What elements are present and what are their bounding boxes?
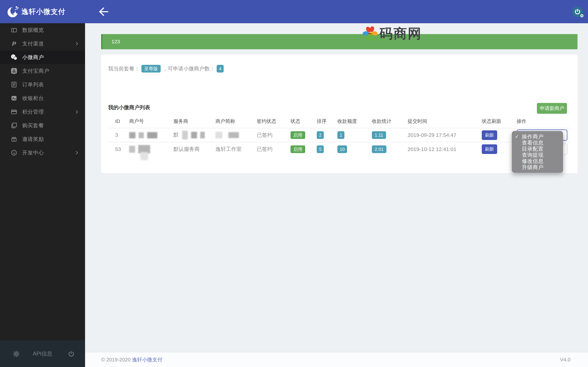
redacted-block <box>129 146 135 153</box>
sidebar-item-label: 数据概览 <box>22 26 44 34</box>
cell-refresh: 刷新 <box>475 128 510 142</box>
cell-stats: 1.11 <box>365 128 401 142</box>
col-header-service: 服务商 <box>166 115 208 128</box>
sidebar-item-label: 小微商户 <box>22 54 44 61</box>
sidebar-item-label: 收银柜台 <box>22 95 44 102</box>
gift-icon <box>10 135 18 143</box>
table-row: 53 默认服务商 逸轩工作室 已签约 启用 5 10 2.01 2019-10-… <box>108 142 571 156</box>
sidebar-item-payment-channels[interactable]: P 支付渠道 <box>0 37 85 50</box>
cell-status: 启用 <box>284 142 310 156</box>
cell-sort: 5 <box>310 142 330 156</box>
table-row: 3 默 已签约 启用 2 1 <box>108 128 571 142</box>
cell-sign-status: 已签约 <box>250 142 284 156</box>
sidebar-item-invite-rewards[interactable]: 邀请奖励 <box>0 132 85 146</box>
apply-new-merchant-button[interactable]: 申请新商户 <box>537 103 567 114</box>
version-label: V4.0 <box>560 352 571 367</box>
stats-badge: 2.01 <box>372 145 386 153</box>
order-list-icon <box>10 81 18 88</box>
sidebar-item-data-overview[interactable]: 数据概览 <box>0 23 85 37</box>
plan-summary: 我当前套餐： 至尊版 ，可申请小微商户数： 4 <box>108 65 225 73</box>
dropdown-item-query-withdraw[interactable]: 查询提现 <box>512 152 563 158</box>
col-header-actions: 操作 <box>510 115 571 128</box>
redacted-block <box>216 132 222 138</box>
copyright-text: © 2019-2020 逸轩小微支付 <box>101 352 162 367</box>
sidebar-item-cashier[interactable]: 收银柜台 <box>0 92 85 105</box>
dropdown-item-edit-info[interactable]: 修改信息 <box>512 158 563 164</box>
col-header-stats: 收款统计 <box>365 115 401 128</box>
smiley-icon <box>10 149 18 157</box>
image-icon <box>10 94 18 102</box>
cell-stats: 2.01 <box>365 142 401 156</box>
sidebar-item-label: 支付宝商户 <box>22 67 49 75</box>
sidebar-item-order-list[interactable]: 订单列表 <box>0 78 85 92</box>
redacted-block <box>191 132 197 138</box>
sidebar-nav: 数据概览 P 支付渠道 小微商户 支付宝商户 订单列表 <box>0 23 85 341</box>
dropdown-item-label: 操作商户 <box>522 134 544 140</box>
user-avatar[interactable] <box>572 7 583 17</box>
col-header-status: 状态 <box>284 115 310 128</box>
dropdown-item-view-info[interactable]: 查看信息 <box>512 140 563 146</box>
footer-brand-link[interactable]: 逸轩小微支付 <box>132 357 162 362</box>
sidebar-item-label: 订单列表 <box>22 81 44 88</box>
sort-badge: 2 <box>317 131 324 139</box>
sidebar-item-alipay-merchant[interactable]: 支付宝商户 <box>0 64 85 78</box>
dropdown-item-directory-config[interactable]: 目录配置 <box>512 146 563 152</box>
status-badge: 启用 <box>291 145 305 153</box>
col-header-sort: 排序 <box>310 115 330 128</box>
col-header-short-name: 商户简称 <box>208 115 250 128</box>
power-avatar-icon <box>574 8 581 15</box>
cell-time: 2019-09-29 17:54:47 <box>401 128 475 142</box>
sidebar-item-label: 开发中心 <box>22 149 44 156</box>
logout-power-icon[interactable] <box>68 350 75 357</box>
page-footer: © 2019-2020 逸轩小微支付 V4.0 <box>85 352 588 367</box>
sidebar-item-label: 购买套餐 <box>22 122 44 129</box>
redacted-block <box>129 132 135 138</box>
refresh-button[interactable]: 刷新 <box>482 130 497 140</box>
dropdown-item-operate-merchant[interactable]: ✓ 操作商户 <box>512 133 563 140</box>
chevron-right-icon <box>75 110 79 114</box>
cell-service: 默 <box>166 128 208 142</box>
plan-count-badge: 4 <box>217 65 224 73</box>
redacted-group <box>129 145 152 153</box>
sidebar-item-label: 邀请奖励 <box>22 136 44 143</box>
sidebar-item-dev-center[interactable]: 开发中心 <box>0 146 85 159</box>
app-header: 逸轩小微支付 <box>0 0 588 23</box>
cell-quota: 1 <box>330 128 365 142</box>
cell-service: 默认服务商 <box>166 142 208 156</box>
copy-icon <box>10 122 18 129</box>
cell-quota: 10 <box>330 142 365 156</box>
chevron-right-icon <box>75 151 79 155</box>
app-logo-icon <box>6 4 22 20</box>
sidebar-item-points-management[interactable]: 积分管理 <box>0 105 85 119</box>
plan-prefix: 我当前套餐： <box>108 65 140 72</box>
cell-sign-status: 已签约 <box>250 128 284 142</box>
chevron-right-icon <box>75 42 79 46</box>
col-header-merchant-no: 商户号 <box>122 115 166 128</box>
check-icon: ✓ <box>515 133 519 140</box>
list-title: 我的小微商户列表 <box>108 104 150 111</box>
dropdown-item-label: 查看信息 <box>522 140 544 146</box>
sidebar-item-micro-merchant[interactable]: 小微商户 <box>0 50 85 64</box>
service-prefix: 默 <box>173 132 179 138</box>
cell-time: 2019-10-12 12:41:01 <box>401 142 475 156</box>
cell-refresh: 刷新 <box>475 142 510 156</box>
sort-badge: 5 <box>317 145 324 153</box>
page-title: 逸轩小微支付 <box>21 0 65 23</box>
sidebar-item-buy-package[interactable]: 购买套餐 <box>0 119 85 132</box>
col-header-refresh: 状态刷新 <box>475 115 510 128</box>
copyright-years: © 2019-2020 <box>101 357 132 362</box>
plan-badge: 至尊版 <box>141 65 161 73</box>
back-arrow-icon[interactable] <box>98 7 109 17</box>
dropdown-item-label: 查询提现 <box>522 152 544 158</box>
redacted-block <box>147 132 157 138</box>
redacted-block <box>182 131 188 140</box>
dropdown-item-upgrade-merchant[interactable]: 升级商户 <box>512 164 563 170</box>
cell-merchant-no-redacted <box>122 142 166 156</box>
refresh-button[interactable]: 刷新 <box>482 144 497 154</box>
data-overview-icon <box>10 26 18 34</box>
col-header-time: 提交时间 <box>401 115 475 128</box>
redacted-block <box>200 132 205 138</box>
dropdown-item-label: 升级商户 <box>522 164 544 170</box>
cell-status: 启用 <box>284 128 310 142</box>
sidebar-footer: API信息 <box>0 341 85 367</box>
